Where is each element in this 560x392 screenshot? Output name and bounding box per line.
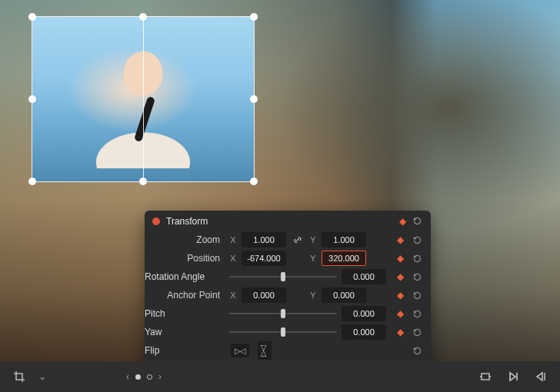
- panel-header: Transform ◆: [145, 211, 431, 231]
- enable-toggle[interactable]: [152, 218, 160, 225]
- keyframe-icon[interactable]: ◆: [394, 327, 406, 337]
- go-to-end-button[interactable]: [532, 368, 549, 385]
- reset-icon[interactable]: [411, 272, 423, 282]
- pitch-input[interactable]: [342, 306, 386, 321]
- position-y-input[interactable]: [322, 251, 366, 266]
- zoom-x-input[interactable]: [242, 232, 286, 247]
- pip-midline: [143, 17, 144, 181]
- row-position: Position X Y ◆: [145, 249, 431, 267]
- label-yaw: Yaw: [145, 327, 225, 337]
- keyframe-icon[interactable]: ◆: [394, 272, 406, 281]
- keyframe-icon[interactable]: ◆: [394, 254, 406, 263]
- chevron-down-icon[interactable]: ⌄: [38, 371, 46, 382]
- prev-page-button[interactable]: ‹: [126, 371, 129, 382]
- reset-icon[interactable]: [411, 235, 423, 245]
- flip-vertical-button[interactable]: ▷◁: [258, 341, 272, 360]
- reset-icon[interactable]: [411, 346, 423, 356]
- flip-horizontal-button[interactable]: ▷◁: [231, 344, 249, 357]
- axis-x: X: [229, 291, 237, 300]
- axis-x: X: [229, 235, 237, 244]
- panel-title: Transform: [166, 216, 393, 227]
- crop-tool-button[interactable]: [11, 368, 28, 385]
- label-rotation: Rotation Angle: [145, 271, 225, 282]
- label-pitch: Pitch: [145, 308, 225, 319]
- next-page-button[interactable]: ›: [158, 371, 162, 382]
- pip-overlay-clip[interactable]: [32, 17, 254, 181]
- resize-handle-tr[interactable]: [250, 13, 258, 21]
- yaw-slider[interactable]: [229, 325, 337, 339]
- resize-handle-bl[interactable]: [28, 178, 36, 185]
- header-keyframe-icon[interactable]: ◆: [399, 216, 406, 227]
- resize-handle-tl[interactable]: [28, 13, 36, 21]
- reset-icon[interactable]: [411, 254, 423, 264]
- loop-button[interactable]: [477, 368, 494, 385]
- rotation-input[interactable]: [342, 269, 386, 284]
- reset-icon[interactable]: [411, 327, 423, 337]
- reset-icon[interactable]: [411, 309, 423, 319]
- row-rotation: Rotation Angle ◆: [145, 267, 431, 286]
- reset-icon[interactable]: [411, 291, 423, 301]
- link-icon[interactable]: [291, 233, 305, 247]
- page-dot-active[interactable]: [135, 374, 141, 380]
- nav-dots: ‹ ›: [126, 371, 162, 382]
- pitch-slider[interactable]: [229, 307, 337, 321]
- resize-handle-tm[interactable]: [139, 13, 147, 21]
- next-clip-button[interactable]: [505, 368, 522, 385]
- axis-x: X: [229, 254, 237, 263]
- keyframe-icon[interactable]: ◆: [394, 309, 406, 318]
- row-pitch: Pitch ◆: [145, 304, 431, 323]
- keyframe-icon[interactable]: ◆: [394, 235, 406, 244]
- resize-handle-br[interactable]: [250, 178, 258, 185]
- anchor-x-input[interactable]: [242, 287, 286, 303]
- zoom-y-input[interactable]: [322, 232, 366, 247]
- position-x-input[interactable]: [242, 251, 286, 266]
- anchor-y-input[interactable]: [322, 287, 366, 303]
- keyframe-icon[interactable]: ◆: [394, 291, 406, 300]
- rotation-slider[interactable]: [229, 270, 337, 284]
- yaw-input[interactable]: [342, 324, 386, 340]
- row-anchor: Anchor Point X Y ◆: [145, 286, 431, 304]
- axis-y: Y: [309, 291, 317, 300]
- row-zoom: Zoom X Y ◆: [145, 231, 431, 249]
- axis-y: Y: [309, 254, 317, 263]
- resize-handle-bm[interactable]: [139, 178, 147, 185]
- resize-handle-ml[interactable]: [28, 95, 36, 103]
- viewer-toolbar: ⌄ ‹ ›: [0, 361, 560, 392]
- row-yaw: Yaw ◆: [145, 323, 431, 341]
- resize-handle-mr[interactable]: [250, 95, 258, 103]
- label-flip: Flip: [145, 345, 225, 356]
- label-zoom: Zoom: [145, 234, 225, 245]
- header-reset-icon[interactable]: [412, 216, 423, 227]
- label-position: Position: [145, 253, 225, 264]
- label-anchor: Anchor Point: [145, 290, 225, 301]
- page-dot[interactable]: [147, 374, 152, 380]
- row-flip: Flip ▷◁ ▷◁: [145, 341, 431, 357]
- axis-y: Y: [309, 235, 317, 244]
